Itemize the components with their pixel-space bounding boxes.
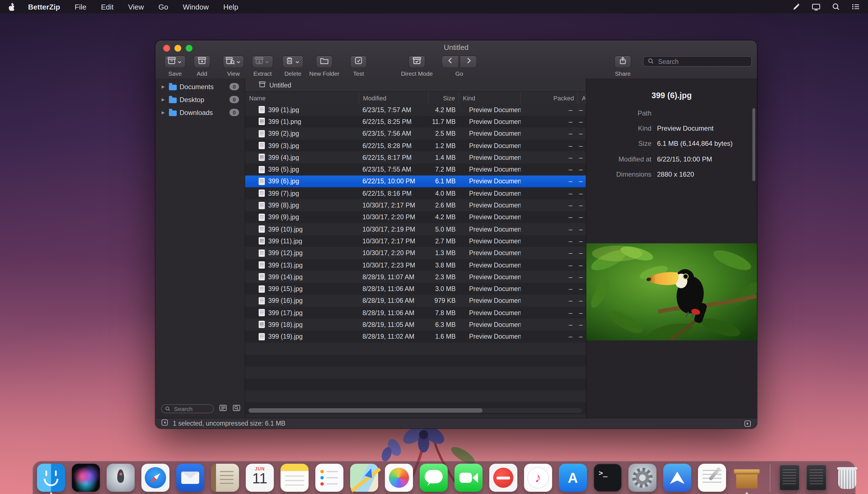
file-row[interactable]: 399 (18).jpg8/28/19, 11:05 AM6.3 MBPrevi… bbox=[245, 319, 586, 331]
sidebar-search-field[interactable] bbox=[161, 404, 214, 413]
go-forward-button[interactable] bbox=[460, 56, 477, 68]
file-row[interactable]: 399 (1).jpg6/23/15, 7:57 AM4.2 MBPreview… bbox=[245, 104, 586, 116]
file-row[interactable]: 399 (14).jpg8/28/19, 11:07 AM2.3 MBPrevi… bbox=[245, 271, 586, 283]
column-header-name[interactable]: Name bbox=[245, 92, 359, 104]
spotlight-search-icon[interactable] bbox=[832, 2, 841, 11]
direct-mode-button[interactable] bbox=[408, 56, 425, 68]
delete-button[interactable] bbox=[282, 56, 303, 68]
go-back-button[interactable] bbox=[442, 56, 459, 68]
dock-facetime-icon[interactable] bbox=[455, 464, 482, 492]
dock-photos-icon[interactable] bbox=[385, 464, 413, 492]
size-cell: 1.2 MB bbox=[429, 142, 459, 149]
horizontal-scrollbar[interactable] bbox=[248, 408, 582, 413]
file-row[interactable]: 399 (11).jpg10/30/17, 2:17 PM2.7 MBPrevi… bbox=[245, 235, 586, 247]
file-row[interactable]: 399 (13).jpg10/30/17, 2:23 PM3.8 MBPrevi… bbox=[245, 259, 586, 271]
dock-maps-icon[interactable] bbox=[350, 464, 378, 492]
dock-textedit-icon[interactable] bbox=[698, 464, 726, 492]
dock-messages-icon[interactable] bbox=[420, 464, 448, 492]
disclosure-triangle-icon[interactable]: ▶ bbox=[162, 110, 166, 115]
file-row[interactable]: 399 (19).jpg8/28/19, 11:02 AM1.6 MBPrevi… bbox=[245, 330, 586, 343]
sidebar-item-documents[interactable]: ▶Documents0 bbox=[155, 80, 245, 93]
file-row[interactable]: 399 (12).jpg10/30/17, 2:20 PM1.3 MBPrevi… bbox=[245, 247, 586, 259]
sidebar-item-downloads[interactable]: ▶Downloads0 bbox=[155, 106, 245, 119]
menu-item-go[interactable]: Go bbox=[159, 2, 168, 11]
column-header-kind[interactable]: Kind bbox=[459, 92, 521, 104]
file-row[interactable]: 399 (9).jpg10/30/17, 2:20 PM4.2 MBPrevie… bbox=[245, 211, 586, 223]
inspector-scrollbar-thumb[interactable] bbox=[753, 108, 755, 181]
dock-contacts-icon[interactable] bbox=[211, 464, 239, 492]
column-header-size[interactable]: Size bbox=[429, 92, 459, 104]
view-button[interactable] bbox=[223, 56, 244, 68]
disclosure-triangle-icon[interactable]: ▶ bbox=[162, 97, 166, 102]
share-button[interactable] bbox=[614, 56, 631, 68]
file-row[interactable]: 399 (3).jpg6/22/15, 8:28 PM1.2 MBPreview… bbox=[245, 140, 586, 152]
dock-no-entry-icon[interactable] bbox=[489, 464, 517, 492]
extract-button[interactable] bbox=[252, 56, 273, 68]
image-preview[interactable] bbox=[586, 243, 757, 340]
dock-mail-icon[interactable] bbox=[176, 464, 204, 492]
menu-item-file[interactable]: File bbox=[75, 2, 87, 11]
save-button[interactable] bbox=[164, 56, 186, 68]
dock-minimized-window-icon[interactable] bbox=[806, 465, 827, 491]
menu-item-view[interactable]: View bbox=[128, 2, 144, 11]
sidebar-item-desktop[interactable]: ▶Desktop0 bbox=[155, 93, 245, 106]
column-header-modified[interactable]: Modified bbox=[359, 92, 429, 104]
panel-toggle-right-button[interactable] bbox=[744, 420, 751, 427]
dock-minimized-window-icon[interactable] bbox=[779, 465, 799, 491]
file-row[interactable]: 399 (8).jpg10/30/17, 2:17 PM2.6 MBPrevie… bbox=[245, 200, 586, 211]
column-header-packed[interactable]: Packed bbox=[521, 92, 578, 104]
search-panel-icon[interactable] bbox=[232, 403, 241, 414]
toolbar-search-field[interactable] bbox=[643, 56, 752, 67]
dock-terminal-icon[interactable]: >_ bbox=[594, 464, 622, 492]
file-row[interactable]: 399 (16).jpg8/28/19, 11:06 AM979 KBPrevi… bbox=[245, 295, 586, 307]
dock-calendar-icon[interactable]: JUN11 bbox=[246, 464, 274, 492]
list-panel-icon[interactable] bbox=[219, 403, 227, 414]
menu-item-window[interactable]: Window bbox=[183, 2, 209, 11]
dock-finder-icon[interactable] bbox=[37, 464, 65, 492]
menu-item-help[interactable]: Help bbox=[223, 2, 238, 11]
column-header-a[interactable]: A bbox=[578, 92, 586, 104]
notification-list-icon[interactable] bbox=[851, 2, 860, 11]
dock-trash-icon[interactable] bbox=[833, 464, 861, 492]
scrollbar-thumb[interactable] bbox=[248, 408, 482, 413]
file-row[interactable]: 399 (6).jpg6/22/15, 10:00 PM6.1 MBPrevie… bbox=[245, 175, 586, 188]
dock-music-icon[interactable]: ♪ bbox=[524, 464, 552, 492]
dock-blue-app-icon[interactable] bbox=[663, 464, 691, 492]
file-row[interactable]: 399 (1).png6/22/15, 8:25 PM11.7 MBPrevie… bbox=[245, 116, 586, 128]
music-glyph: ♪ bbox=[524, 464, 552, 492]
app-menu-title[interactable]: BetterZip bbox=[28, 2, 60, 11]
test-button[interactable] bbox=[350, 56, 367, 68]
file-row[interactable]: 399 (2).jpg6/23/15, 7:56 AM2.5 MBPreview… bbox=[245, 128, 586, 140]
apple-menu-icon[interactable] bbox=[8, 2, 16, 11]
add-button[interactable] bbox=[193, 56, 210, 68]
dock-package-icon[interactable] bbox=[733, 464, 761, 492]
chevron-down-icon[interactable] bbox=[177, 60, 182, 64]
dock-notes-icon[interactable] bbox=[280, 464, 309, 492]
dock-app-store-icon[interactable]: A bbox=[559, 464, 587, 492]
dock-reminders-icon[interactable] bbox=[315, 464, 344, 492]
chevron-down-icon[interactable] bbox=[236, 60, 240, 64]
file-row[interactable]: 399 (15).jpg8/28/19, 11:06 AM3.0 MBPrevi… bbox=[245, 283, 586, 295]
menu-item-edit[interactable]: Edit bbox=[101, 2, 114, 11]
modified-cell: 10/30/17, 2:20 PM bbox=[359, 249, 429, 256]
file-row[interactable]: 399 (10).jpg10/30/17, 2:19 PM5.0 MBPrevi… bbox=[245, 223, 586, 235]
file-row[interactable]: 399 (7).jpg6/22/15, 8:16 PM4.0 MBPreview… bbox=[245, 187, 586, 200]
toolbar-search-input[interactable] bbox=[657, 57, 747, 65]
disclosure-triangle-icon[interactable]: ▶ bbox=[162, 84, 166, 89]
wand-icon[interactable] bbox=[792, 2, 801, 11]
file-row[interactable]: 399 (5).jpg6/23/15, 7:55 AM7.2 MBPreview… bbox=[245, 164, 586, 175]
new-folder-button[interactable] bbox=[316, 56, 333, 68]
breadcrumb[interactable]: Untitled bbox=[245, 78, 586, 92]
dock-settings-icon[interactable] bbox=[628, 464, 657, 492]
display-icon[interactable] bbox=[811, 2, 821, 11]
chevron-down-icon[interactable] bbox=[265, 60, 269, 64]
betterzip-window: Untitled Save Add bbox=[155, 40, 757, 429]
panel-toggle-left-button[interactable] bbox=[161, 418, 168, 429]
file-row[interactable]: 399 (4).jpg6/22/15, 8:17 PM1.4 MBPreview… bbox=[245, 151, 586, 164]
file-row[interactable]: 399 (17).jpg8/28/19, 11:06 AM7.8 MBPrevi… bbox=[245, 307, 586, 319]
sidebar-search-input[interactable] bbox=[173, 405, 210, 413]
chevron-down-icon[interactable] bbox=[295, 60, 300, 64]
dock-safari-icon[interactable] bbox=[142, 464, 169, 492]
dock-siri-icon[interactable] bbox=[72, 464, 100, 492]
dock-launchpad-icon[interactable] bbox=[107, 464, 135, 492]
